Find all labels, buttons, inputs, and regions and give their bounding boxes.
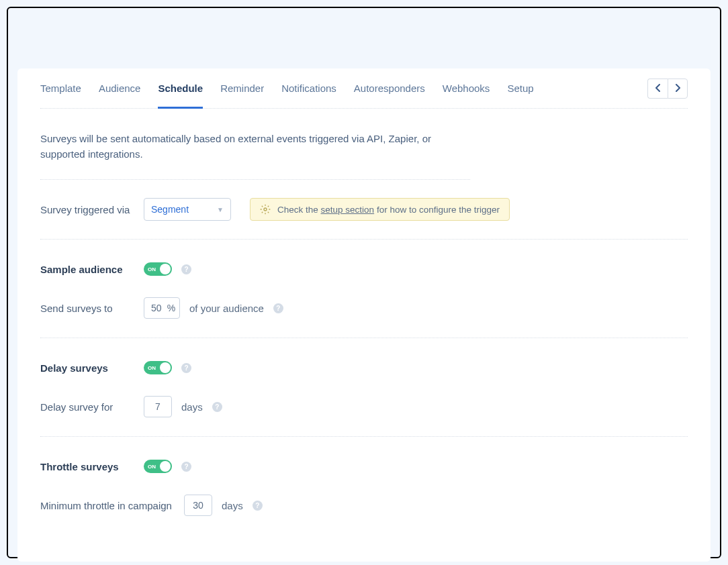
sample-section: Sample audience ON ? Send surveys to % o…: [40, 240, 688, 338]
delay-toggle[interactable]: ON: [144, 361, 172, 374]
delay-value[interactable]: [150, 401, 166, 412]
sample-percent-input[interactable]: %: [144, 297, 180, 319]
tab-reminder[interactable]: Reminder: [220, 68, 264, 108]
tab-setup[interactable]: Setup: [507, 68, 533, 108]
chevron-left-icon: [655, 83, 661, 94]
sample-toggle[interactable]: ON: [144, 262, 172, 276]
tab-template[interactable]: Template: [40, 68, 81, 108]
caret-down-icon: ▼: [217, 206, 224, 213]
tabs-row: Template Audience Schedule Reminder Noti…: [40, 68, 688, 109]
callout-post: for how to configure the trigger: [377, 205, 500, 215]
toggle-on-text: ON: [148, 365, 156, 371]
setup-callout: Check the setup section for how to confi…: [250, 198, 510, 221]
tab-webhooks[interactable]: Webhooks: [443, 68, 490, 108]
throttle-value[interactable]: [190, 500, 206, 511]
toggle-knob: [160, 362, 171, 373]
tab-audience[interactable]: Audience: [99, 68, 141, 108]
sample-title: Sample audience: [40, 264, 134, 275]
tab-notifications[interactable]: Notifications: [281, 68, 336, 108]
throttle-title: Throttle surveys: [40, 461, 134, 472]
delay-section: Delay surveys ON ? Delay survey for days…: [40, 338, 688, 437]
svg-point-0: [264, 208, 267, 211]
toggle-knob: [160, 264, 171, 274]
delay-title: Delay surveys: [40, 362, 134, 374]
help-icon[interactable]: ?: [253, 501, 263, 511]
schedule-description: Surveys will be sent automatically based…: [40, 109, 470, 180]
trigger-dropdown[interactable]: Segment ▼: [144, 198, 231, 221]
sample-value[interactable]: [148, 303, 165, 313]
delay-label: Delay survey for: [40, 401, 134, 413]
help-icon[interactable]: ?: [181, 363, 191, 373]
callout-pre: Check the: [277, 205, 318, 215]
throttle-section: Throttle surveys ON ? Minimum throttle i…: [40, 437, 688, 535]
tab-autoresponders[interactable]: Autoresponders: [354, 68, 425, 108]
toggle-on-text: ON: [148, 266, 156, 272]
prev-button[interactable]: [647, 79, 668, 99]
trigger-label: Survey triggered via: [40, 204, 134, 215]
nav-buttons: [647, 79, 688, 99]
help-icon[interactable]: ?: [273, 303, 283, 313]
percent-unit: %: [167, 303, 175, 313]
throttle-days-input[interactable]: [184, 495, 212, 516]
trigger-section: Survey triggered via Segment ▼ Check the: [40, 180, 688, 240]
throttle-unit: days: [222, 500, 243, 511]
toggle-knob: [160, 461, 171, 472]
help-icon[interactable]: ?: [181, 462, 191, 472]
chevron-right-icon: [675, 83, 680, 94]
tab-schedule[interactable]: Schedule: [158, 68, 203, 108]
trigger-value: Segment: [151, 204, 189, 215]
gear-icon: [260, 204, 271, 215]
throttle-toggle[interactable]: ON: [144, 460, 172, 473]
next-button[interactable]: [668, 79, 688, 99]
tabs: Template Audience Schedule Reminder Noti…: [40, 68, 534, 108]
delay-days-input[interactable]: [144, 396, 172, 417]
sample-suffix: of your audience: [189, 303, 264, 314]
throttle-label: Minimum throttle in campaign: [40, 500, 175, 511]
setup-section-link[interactable]: setup section: [321, 205, 375, 215]
send-surveys-label: Send surveys to: [40, 303, 134, 314]
delay-unit: days: [181, 401, 203, 413]
help-icon[interactable]: ?: [212, 402, 222, 412]
help-icon[interactable]: ?: [181, 264, 191, 274]
toggle-on-text: ON: [148, 464, 156, 470]
